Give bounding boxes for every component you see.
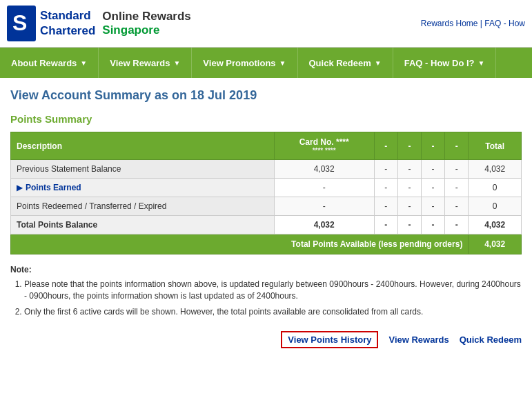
cell-prev-balance-total: 4,032 [469,160,522,179]
cell-prev-balance-5: - [445,160,469,179]
col-header-description: Description [11,132,275,160]
cell-points-earned-4: - [422,179,445,197]
rewards-title-text: Online Rewards [102,10,190,23]
cell-redeemed-4: - [422,197,445,216]
logo-box: S StandardChartered [7,6,95,41]
note-title: Note: [10,265,522,274]
nav-item-about-rewards[interactable]: About Rewards ▼ [0,48,99,78]
points-earned-link[interactable]: Points Earned [26,183,81,192]
cell-prev-balance-desc: Previous Statement Balance [11,160,275,179]
view-points-history-box: View Points History [281,331,378,348]
note-list: Please note that the points information … [10,279,522,317]
svg-text:S: S [12,10,27,35]
nav-item-quick-redeem[interactable]: Quick Redeem ▼ [298,48,393,78]
footer-links: View Points History View Rewards Quick R… [10,328,522,348]
bank-name-text: StandardChartered [40,8,95,39]
nav-item-view-promotions[interactable]: View Promotions ▼ [192,48,297,78]
table-row-points-earned: ▶Points Earned - - - - - 0 [11,179,522,197]
bank-name: StandardChartered [40,8,95,39]
cell-redeemed-desc: Points Redeemed / Transferred / Expired [11,197,275,216]
nav-arrow-quick-redeem: ▼ [375,59,382,67]
cell-total-available-label: Total Points Available (less pending ord… [11,234,469,254]
nav-arrow-view-promotions: ▼ [279,59,286,67]
col-header-2: - [374,132,397,160]
card-no-sub: **** **** [280,147,368,154]
cell-redeemed-total: 0 [469,197,522,216]
note-section: Note: Please note that the points inform… [10,265,522,317]
cell-total-balance-4: - [422,216,445,234]
cell-total-balance-2: - [374,216,397,234]
cell-redeemed-2: - [374,197,397,216]
col-header-3: - [397,132,421,160]
header-links-text: Rewards Home | FAQ - How [421,19,525,28]
cell-total-balance-5: - [445,216,469,234]
col-header-4: - [422,132,445,160]
nav-item-view-rewards[interactable]: View Rewards ▼ [99,48,192,78]
nav-label-quick-redeem: Quick Redeem [309,58,371,68]
cell-total-balance-3: - [397,216,421,234]
table-row-total-balance: Total Points Balance 4,032 - - - - 4,032 [11,216,522,234]
cell-points-earned-2: - [374,179,397,197]
cell-prev-balance-3: - [397,160,421,179]
cell-total-available-value: 4,032 [469,234,522,254]
cell-prev-balance-4: - [422,160,445,179]
points-summary-table: Description Card No. **** **** **** - - … [10,132,522,254]
nav-arrow-about: ▼ [80,59,87,67]
view-rewards-link[interactable]: View Rewards [388,334,449,345]
table-row-prev-balance: Previous Statement Balance 4,032 - - - -… [11,160,522,179]
nav-item-faq[interactable]: FAQ - How Do I? ▼ [393,48,497,78]
table-row-total-available: Total Points Available (less pending ord… [11,234,522,254]
col-header-5: - [445,132,469,160]
nav-label-about: About Rewards [11,58,77,68]
rewards-title-block: Online Rewards Singapore [102,10,190,37]
cell-total-balance-card: 4,032 [274,216,374,234]
col-header-card: Card No. **** **** **** [274,132,374,160]
header: S StandardChartered Online Rewards Singa… [0,0,532,48]
quick-redeem-link[interactable]: Quick Redeem [460,334,522,345]
rewards-subtitle-text: Singapore [102,23,190,37]
page-title: View Account Summary as on 18 Jul 2019 [10,88,522,103]
sc-logo-icon: S [7,6,36,41]
main-content: View Account Summary as on 18 Jul 2019 P… [0,78,532,359]
cell-total-balance-total: 4,032 [469,216,522,234]
triangle-icon: ▶ [17,183,23,192]
cell-points-earned-5: - [445,179,469,197]
note-item-1: Please note that the points information … [24,279,522,302]
nav-label-view-promotions: View Promotions [203,58,275,68]
cell-redeemed-3: - [397,197,421,216]
nav-label-view-rewards: View Rewards [110,58,170,68]
table-header-row: Description Card No. **** **** **** - - … [11,132,522,160]
header-left: S StandardChartered Online Rewards Singa… [7,6,191,41]
view-points-history-link[interactable]: View Points History [288,334,371,345]
cell-points-earned-3: - [397,179,421,197]
header-nav-links[interactable]: Rewards Home | FAQ - How [421,19,525,28]
cell-points-earned-desc: ▶Points Earned [11,179,275,197]
note-item-2: Only the first 6 active cards will be sh… [24,306,522,318]
nav-arrow-view-rewards: ▼ [173,59,180,67]
nav-arrow-faq: ▼ [478,59,485,67]
nav-label-faq: FAQ - How Do I? [404,58,475,68]
cell-redeemed-card: - [274,197,374,216]
section-title: Points Summary [10,113,522,125]
main-nav: About Rewards ▼ View Rewards ▼ View Prom… [0,48,532,78]
cell-prev-balance-2: - [374,160,397,179]
col-header-total: Total [469,132,522,160]
cell-total-balance-desc: Total Points Balance [11,216,275,234]
cell-prev-balance-card: 4,032 [274,160,374,179]
cell-redeemed-5: - [445,197,469,216]
table-row-points-redeemed: Points Redeemed / Transferred / Expired … [11,197,522,216]
cell-points-earned-card: - [274,179,374,197]
cell-points-earned-total: 0 [469,179,522,197]
